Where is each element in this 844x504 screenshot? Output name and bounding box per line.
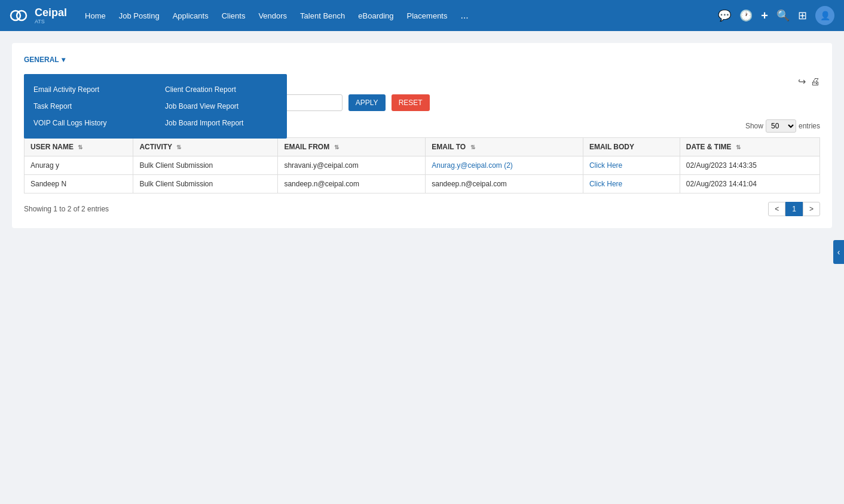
col-user-name[interactable]: USER NAME ⇅: [25, 138, 133, 156]
ceipal-logo-icon: [10, 7, 31, 24]
grid-icon-btn[interactable]: ⊞: [798, 10, 807, 21]
navbar: Ceipal ATS Home Job Posting Applicants C…: [0, 0, 844, 31]
pagination-buttons: < 1 >: [768, 202, 820, 216]
search-icon-btn[interactable]: 🔍: [776, 10, 790, 21]
table-row: Sandeep N Bulk Client Submission sandeep…: [25, 175, 820, 193]
col-email-body: EMAIL BODY: [583, 138, 680, 156]
prev-page-button[interactable]: <: [768, 202, 785, 216]
nav-home[interactable]: Home: [85, 11, 106, 20]
menu-item-job-board-view-report[interactable]: Job Board View Report: [165, 98, 277, 115]
logo[interactable]: Ceipal ATS: [10, 7, 67, 24]
nav-placements[interactable]: Placements: [407, 11, 448, 20]
click-here-link-1[interactable]: Click Here: [589, 161, 622, 170]
email-to-link-1[interactable]: Anurag.y@ceipal.com (2): [432, 161, 513, 170]
menu-item-client-creation-report[interactable]: Client Creation Report: [165, 81, 277, 98]
cell-email-to-1: Anurag.y@ceipal.com (2): [426, 156, 583, 175]
cell-date-time-2: 02/Aug/2023 14:41:04: [680, 175, 819, 193]
col-email-from[interactable]: EMAIL FROM ⇅: [278, 138, 426, 156]
main-area: GENERAL ▾ Email Activity Report Task Rep…: [0, 31, 844, 504]
menu-item-voip-call-logs[interactable]: VOIP Call Logs History: [33, 115, 146, 131]
history-icon-btn[interactable]: 🕐: [739, 10, 753, 21]
avatar[interactable]: 👤: [815, 6, 834, 25]
cell-activity-2: Bulk Client Submission: [133, 175, 278, 193]
logo-sub: ATS: [35, 19, 67, 24]
email-to-text-2: sandeep.n@ceipal.com: [432, 180, 507, 188]
cell-email-body-2: Click Here: [583, 175, 680, 193]
menu-row: Email Activity Report Task Report VOIP C…: [24, 81, 287, 131]
apply-button[interactable]: APPLY: [348, 94, 386, 111]
menu-item-job-board-import-report[interactable]: Job Board Import Report: [165, 115, 277, 131]
nav-more[interactable]: ...: [460, 10, 468, 21]
entries-per-page-select[interactable]: 50 10 25 100: [766, 119, 796, 133]
col-email-to[interactable]: EMAIL TO ⇅: [426, 138, 583, 156]
menu-col-right: Client Creation Report Job Board View Re…: [155, 81, 287, 131]
cell-user-name-1: Anurag y: [25, 156, 133, 175]
sort-icon-user-name: ⇅: [78, 144, 82, 150]
table-row: Anurag y Bulk Client Submission shravani…: [25, 156, 820, 175]
sort-icon-activity: ⇅: [176, 144, 181, 150]
nav-vendors[interactable]: Vendors: [258, 11, 287, 20]
cell-email-from-2: sandeep.n@ceipal.com: [278, 175, 426, 193]
email-activity-table: USER NAME ⇅ ACTIVITY ⇅ EMAIL FROM ⇅ EMAI…: [24, 137, 820, 193]
add-icon-btn[interactable]: +: [761, 10, 768, 21]
reset-button[interactable]: RESET: [392, 94, 430, 111]
nav-clients[interactable]: Clients: [222, 11, 246, 20]
table-header-row: USER NAME ⇅ ACTIVITY ⇅ EMAIL FROM ⇅ EMAI…: [25, 138, 820, 156]
sort-icon-email-from: ⇅: [334, 144, 339, 150]
toolbar-icons: ↪ 🖨: [798, 76, 820, 87]
col-activity[interactable]: ACTIVITY ⇅: [133, 138, 278, 156]
cell-email-body-1: Click Here: [583, 156, 680, 175]
nav-applicants[interactable]: Applicants: [173, 11, 209, 20]
menu-item-email-activity-report[interactable]: Email Activity Report: [33, 81, 146, 98]
messages-icon-btn[interactable]: 💬: [718, 10, 731, 21]
show-label: Show: [745, 122, 763, 130]
navbar-right: 💬 🕐 + 🔍 ⊞ 👤: [718, 6, 834, 25]
general-dropdown-menu: Email Activity Report Task Report VOIP C…: [24, 74, 287, 139]
menu-item-task-report[interactable]: Task Report: [33, 98, 146, 115]
pagination-row: Showing 1 to 2 of 2 entries < 1 >: [24, 202, 820, 216]
side-collapse-arrow[interactable]: ‹: [833, 240, 844, 264]
page-1-button[interactable]: 1: [785, 202, 803, 216]
cell-email-to-2: sandeep.n@ceipal.com: [426, 175, 583, 193]
nav-menu: Home Job Posting Applicants Clients Vend…: [85, 10, 718, 21]
sort-icon-date-time: ⇅: [736, 144, 741, 150]
menu-col-left: Email Activity Report Task Report VOIP C…: [24, 81, 155, 131]
entries-label: entries: [799, 122, 820, 130]
nav-talent-bench[interactable]: Talent Bench: [300, 11, 345, 20]
click-here-link-2[interactable]: Click Here: [589, 180, 622, 188]
next-page-button[interactable]: >: [803, 202, 820, 216]
chevron-down-icon: ▾: [62, 56, 65, 64]
cell-date-time-1: 02/Aug/2023 14:43:35: [680, 156, 819, 175]
cell-user-name-2: Sandeep N: [25, 175, 133, 193]
general-section-label[interactable]: GENERAL ▾: [24, 56, 65, 64]
pagination-info: Showing 1 to 2 of 2 entries: [24, 205, 109, 213]
share-button[interactable]: ↪: [798, 76, 806, 87]
logo-text: Ceipal: [35, 7, 67, 18]
nav-job-posting[interactable]: Job Posting: [119, 11, 160, 20]
nav-eboarding[interactable]: eBoarding: [358, 11, 393, 20]
svg-point-1: [17, 11, 26, 20]
print-button[interactable]: 🖨: [811, 76, 820, 87]
cell-email-from-1: shravani.y@ceipal.com: [278, 156, 426, 175]
cell-activity-1: Bulk Client Submission: [133, 156, 278, 175]
content-card: GENERAL ▾ Email Activity Report Task Rep…: [12, 43, 832, 228]
col-date-time[interactable]: DATE & TIME ⇅: [680, 138, 819, 156]
sort-icon-email-to: ⇅: [470, 144, 475, 150]
